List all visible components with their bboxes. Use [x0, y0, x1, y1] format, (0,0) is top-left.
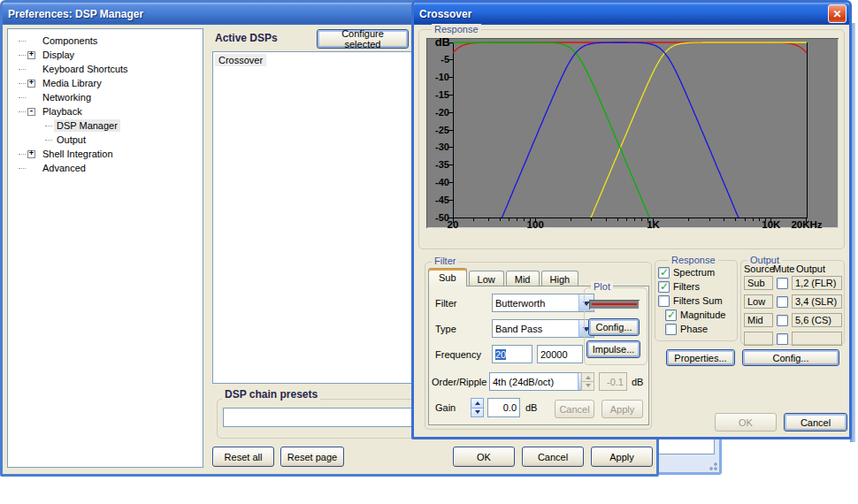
output-row: Mid 5,6 (CS)	[744, 313, 843, 327]
checkbox-label: Phase	[680, 324, 708, 334]
filter-apply-button[interactable]: Apply	[601, 400, 643, 418]
gain-label: Gain	[435, 402, 456, 413]
order-combobox[interactable]: 4th (24dB/oct)	[489, 372, 594, 391]
filter-family-combobox[interactable]: Butterworth	[492, 294, 594, 312]
tree-expander-icon[interactable]: +	[27, 80, 35, 88]
frequency-high-field[interactable]: 20000	[537, 345, 583, 363]
stepper-down-icon[interactable]	[471, 409, 484, 418]
frequency-low-field[interactable]: 20	[492, 345, 532, 363]
gain-field[interactable]: 0.0	[487, 398, 520, 417]
band-tab[interactable]: High	[541, 271, 579, 286]
filter-family-value: Butterworth	[493, 294, 578, 311]
tree-connector	[19, 41, 26, 42]
mute-checkbox[interactable]	[777, 296, 788, 308]
tree-item[interactable]: Networking	[8, 90, 203, 104]
preset-combobox[interactable]	[223, 408, 429, 427]
preferences-apply-button[interactable]: Apply	[591, 447, 653, 467]
reset-all-button[interactable]: Reset all	[212, 447, 274, 467]
mute-checkbox[interactable]	[777, 333, 788, 345]
preferences-nav-tree[interactable]: Components + Display Keyboard Shortcuts …	[7, 28, 203, 468]
properties-button[interactable]: Properties...	[666, 349, 735, 366]
filter-type-label: Filter	[435, 298, 456, 309]
tree-item[interactable]: + Media Library	[8, 76, 203, 90]
tree-item-label: Networking	[40, 91, 94, 103]
output-row: Low 3,4 (SLR)	[744, 294, 843, 309]
tree-item-label: Playback	[40, 105, 85, 118]
svg-text:-15: -15	[435, 89, 449, 100]
tree-item-label: Media Library	[40, 77, 104, 89]
band-tab-label: High	[550, 274, 571, 285]
output-col-source: Source	[744, 263, 775, 274]
checkbox[interactable]	[658, 295, 670, 307]
configure-selected-button[interactable]: Configure selected	[317, 29, 409, 49]
response-option[interactable]: Spectrum	[658, 265, 736, 279]
ripple-field[interactable]: -0.1	[599, 372, 627, 391]
tree-expander-icon[interactable]: +	[27, 51, 35, 59]
tree-expander-icon[interactable]: +	[27, 150, 35, 158]
checkbox[interactable]	[658, 281, 670, 293]
gain-stepper[interactable]	[471, 398, 484, 417]
tree-item[interactable]: Output	[8, 133, 203, 147]
output-source-box: Sub	[744, 276, 773, 290]
gain-unit-label: dB	[525, 402, 537, 413]
pass-type-value: Band Pass	[493, 320, 578, 337]
crossover-cancel-button[interactable]: Cancel	[784, 413, 847, 431]
crossover-ok-button[interactable]: OK	[715, 413, 777, 431]
ripple-stepper[interactable]	[581, 372, 594, 391]
checkbox[interactable]	[658, 267, 670, 279]
tree-item[interactable]: Components	[8, 34, 203, 48]
tree-expander-icon[interactable]: -	[27, 108, 35, 116]
plot-color-swatch[interactable]	[589, 300, 640, 309]
mute-checkbox[interactable]	[777, 278, 788, 289]
checkbox[interactable]	[665, 324, 677, 335]
output-matrix: Sub 1,2 (FLR) Low 3,4 (SLR) Mid 5,6 (CS)	[744, 276, 843, 350]
stepper-down-icon[interactable]	[581, 382, 594, 391]
output-channel-box: 3,4 (SLR)	[792, 294, 842, 309]
output-config-button[interactable]: Config...	[742, 349, 839, 366]
tree-item-label: Display	[40, 49, 77, 61]
dsp-list-item[interactable]: Crossover	[215, 54, 266, 66]
pass-type-combobox[interactable]: Band Pass	[492, 319, 594, 338]
reset-page-button[interactable]: Reset page	[280, 447, 344, 467]
band-tab[interactable]: Mid	[506, 271, 540, 286]
checkbox[interactable]	[665, 309, 677, 321]
stepper-up-icon[interactable]	[471, 398, 484, 409]
output-channel-box: 1,2 (FLR)	[792, 276, 842, 290]
tree-item-label: Shell Integration	[40, 148, 116, 160]
band-tabs[interactable]: Sub Low Mid High	[428, 268, 580, 286]
tree-item[interactable]: Advanced	[8, 161, 203, 175]
svg-text:-35: -35	[435, 159, 449, 170]
stepper-up-icon[interactable]	[581, 372, 594, 382]
filter-cancel-button[interactable]: Cancel	[555, 400, 594, 418]
mute-checkbox[interactable]	[777, 315, 788, 326]
tree-item[interactable]: + Shell Integration	[8, 147, 203, 161]
tree-item[interactable]: Keyboard Shortcuts	[8, 62, 203, 76]
svg-text:1K: 1K	[647, 219, 660, 229]
preferences-ok-button[interactable]: OK	[453, 447, 515, 467]
output-channel-box: 5,6 (CS)	[792, 313, 842, 327]
plot-group-caption: Plot	[591, 281, 613, 292]
response-option[interactable]: Magnitude	[658, 308, 736, 322]
svg-text:-10: -10	[435, 72, 449, 82]
crossover-dialog: Crossover ✕ Response dB-5-10-15-20-25-30…	[411, 0, 852, 439]
svg-text:-30: -30	[435, 141, 449, 152]
resize-grip-icon[interactable]	[707, 460, 717, 470]
band-tab[interactable]: Sub	[428, 268, 467, 286]
response-option[interactable]: Filters	[658, 279, 736, 294]
tree-item[interactable]: DSP Manager	[8, 118, 203, 133]
svg-text:10K: 10K	[762, 219, 781, 229]
frequency-label: Frequency	[435, 349, 481, 360]
impulse-button[interactable]: Impulse...	[586, 340, 640, 358]
preferences-cancel-button[interactable]: Cancel	[522, 447, 584, 467]
tree-connector	[19, 168, 26, 169]
response-option[interactable]: Phase	[658, 322, 736, 336]
tree-item[interactable]: - Playback	[8, 104, 203, 118]
close-icon[interactable]: ✕	[828, 4, 847, 23]
band-tab[interactable]: Low	[469, 271, 504, 286]
response-group-caption: Response	[432, 24, 481, 34]
response-option[interactable]: Filters Sum	[658, 294, 736, 308]
output-source-box	[744, 332, 773, 346]
crossover-titlebar[interactable]: Crossover ✕	[414, 3, 849, 25]
plot-config-button[interactable]: Config...	[588, 318, 640, 336]
tree-item[interactable]: + Display	[8, 48, 203, 62]
